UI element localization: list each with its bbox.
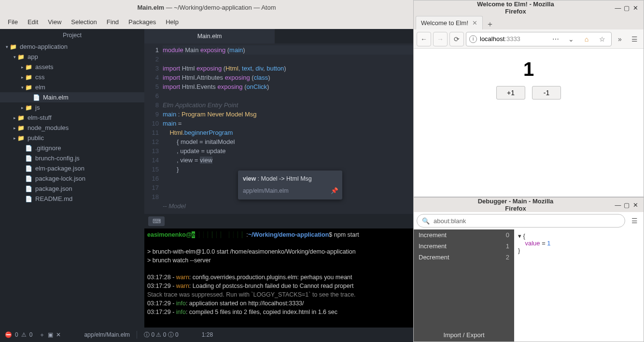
- file-icon: 📄: [25, 165, 32, 172]
- tree-file[interactable]: 📄elm-package.json: [0, 163, 144, 173]
- tree-file[interactable]: 📄.gitignore: [0, 143, 144, 153]
- file-tree[interactable]: ▾📁demo-application▾📁app▸📁assets▸📁css▾📁el…: [0, 42, 144, 328]
- folder-icon: 📁: [17, 125, 25, 131]
- atom-menubar: File Edit View Selection Find Packages H…: [0, 14, 413, 29]
- tree-folder[interactable]: ▸📁elm-stuff: [0, 113, 144, 123]
- file-icon: 📄: [25, 155, 32, 162]
- menu-packages[interactable]: Packages: [125, 16, 160, 28]
- tree-folder[interactable]: ▾📁app: [0, 52, 144, 62]
- disclosure-arrow-icon[interactable]: ▸: [19, 75, 25, 80]
- tree-file[interactable]: 📄brunch-config.js: [0, 153, 144, 163]
- disclosure-arrow-icon[interactable]: ▸: [19, 65, 25, 70]
- tab-close-icon[interactable]: ✕: [472, 19, 477, 27]
- code-editor[interactable]: 1 2 3 4 5 6 8 9 10 11 12 13 14 15 16 17 …: [144, 43, 413, 214]
- tree-file[interactable]: 📄README.md: [0, 194, 144, 204]
- new-tab-button[interactable]: ＋: [483, 19, 497, 29]
- tree-item-label: package.json: [35, 185, 72, 192]
- firefox-window: Welcome to Elm! - Mozilla Firefox — ▢ ✕ …: [413, 0, 644, 197]
- event-row[interactable]: Decrement2: [414, 252, 514, 263]
- tree-item-label: package-lock.json: [35, 175, 85, 182]
- overflow-icon[interactable]: »: [614, 35, 626, 43]
- maximize-icon[interactable]: ▢: [622, 201, 631, 209]
- reload-button[interactable]: ⟳: [449, 32, 464, 46]
- terminal[interactable]: easimonenko@e████████████:~/Working/demo…: [144, 228, 413, 328]
- hamburger-icon[interactable]: ☰: [628, 35, 641, 43]
- pin-icon[interactable]: 📌: [331, 186, 338, 196]
- increment-button[interactable]: +1: [496, 86, 525, 100]
- file-icon: 📄: [25, 175, 32, 182]
- disclosure-arrow-icon[interactable]: ▸: [12, 115, 17, 120]
- disclosure-arrow-icon[interactable]: ▾: [12, 55, 17, 59]
- menu-find[interactable]: Find: [103, 16, 123, 28]
- disclosure-arrow-icon[interactable]: ▸: [12, 136, 17, 141]
- bookmark-icon[interactable]: ☆: [596, 35, 608, 43]
- close-panel-icon[interactable]: ✕: [56, 331, 61, 338]
- file-icon: 📄: [25, 185, 32, 192]
- minimize-icon[interactable]: —: [614, 4, 622, 12]
- menu-edit[interactable]: Edit: [24, 16, 42, 28]
- back-button[interactable]: ←: [417, 32, 431, 46]
- menu-selection[interactable]: Selection: [67, 16, 100, 28]
- tree-folder[interactable]: ▸📁assets: [0, 62, 144, 72]
- menu-view[interactable]: View: [44, 16, 65, 28]
- menu-help[interactable]: Help: [162, 16, 182, 28]
- warning-count-icon[interactable]: ⚠: [21, 331, 27, 338]
- tree-item-label: Main.elm: [43, 94, 69, 101]
- status-cursor-position[interactable]: 1:28: [202, 331, 213, 338]
- event-row[interactable]: Increment1: [414, 241, 514, 252]
- disclosure-arrow-icon[interactable]: ▾: [19, 85, 25, 90]
- decrement-button[interactable]: -1: [532, 86, 561, 100]
- atom-window: Main.elm — ~/Working/demo-application — …: [0, 0, 413, 342]
- debugger-url-bar[interactable]: 🔍 about:blank: [417, 214, 625, 228]
- meatball-icon[interactable]: ⋯: [549, 35, 562, 43]
- disclosure-arrow-icon[interactable]: ▸: [19, 105, 25, 110]
- tree-folder[interactable]: ▾📁elm: [0, 82, 144, 92]
- file-icon: 📄: [25, 145, 32, 152]
- close-icon[interactable]: ✕: [631, 4, 640, 12]
- menu-file[interactable]: File: [4, 16, 22, 28]
- event-row[interactable]: Increment0: [414, 229, 514, 241]
- sidebar-title: Project: [0, 29, 144, 42]
- tree-folder[interactable]: ▾📁demo-application: [0, 42, 144, 52]
- folder-icon: 📁: [17, 135, 25, 142]
- project-sidebar: Project ▾📁demo-application▾📁app▸📁assets▸…: [0, 29, 144, 328]
- status-filepath[interactable]: app/elm/Main.elm: [84, 331, 130, 338]
- type-tooltip: view : Model -> Html Msg app/elm/Main.el…: [238, 171, 342, 200]
- folder-icon: 📁: [25, 84, 32, 91]
- hamburger-icon[interactable]: ☰: [628, 217, 641, 225]
- page-content: 1 +1 -1: [414, 49, 644, 197]
- tree-item-label: assets: [35, 63, 54, 71]
- status-diagnostics[interactable]: ⓘ 0 ⚠ 0 ⓘ 0: [144, 331, 179, 339]
- event-list[interactable]: Increment0 Increment1 Decrement2 Import …: [414, 229, 514, 342]
- tooltip-location[interactable]: app/elm/Main.elm: [243, 186, 337, 196]
- close-icon[interactable]: ✕: [631, 201, 640, 209]
- tree-item-label: app: [28, 53, 38, 60]
- maximize-icon[interactable]: ▢: [622, 4, 631, 12]
- error-count-icon[interactable]: ⛔: [5, 331, 12, 338]
- tree-file[interactable]: 📄Main.elm: [0, 92, 144, 102]
- new-file-icon[interactable]: ＋: [39, 331, 45, 339]
- disclosure-arrow-icon[interactable]: ▸: [12, 126, 17, 130]
- terminal-toggle-button[interactable]: ⌨: [148, 216, 165, 226]
- browser-tab[interactable]: Welcome to Elm! ✕: [416, 16, 483, 29]
- tree-folder[interactable]: ▸📁js: [0, 102, 144, 113]
- search-icon: 🔍: [422, 217, 430, 225]
- minimize-icon[interactable]: —: [614, 201, 622, 209]
- editor-tab-main[interactable]: Main.elm: [144, 29, 275, 43]
- tree-folder[interactable]: ▸📁css: [0, 72, 144, 82]
- tree-item-label: elm: [35, 84, 45, 91]
- state-viewer[interactable]: ▾ { value = 1 }: [514, 229, 644, 342]
- home-icon[interactable]: ⌂: [580, 35, 593, 43]
- disclosure-arrow-icon[interactable]: ▾: [4, 44, 10, 49]
- pocket-icon[interactable]: ⌄: [565, 35, 577, 43]
- tree-file[interactable]: 📄package.json: [0, 184, 144, 194]
- forward-button[interactable]: →: [433, 32, 448, 46]
- folder-icon: 📁: [25, 64, 32, 71]
- import-export-button[interactable]: Import / Export: [414, 328, 514, 342]
- terminal-panel-icon[interactable]: ▣: [48, 331, 53, 338]
- tree-folder[interactable]: ▸📁node_modules: [0, 123, 144, 133]
- tree-folder[interactable]: ▸📁public: [0, 133, 144, 143]
- site-info-icon[interactable]: i: [469, 35, 477, 43]
- url-bar[interactable]: i localhost:3333 ⋯ ⌄ ⌂ ☆: [466, 32, 612, 46]
- tree-file[interactable]: 📄package-lock.json: [0, 173, 144, 184]
